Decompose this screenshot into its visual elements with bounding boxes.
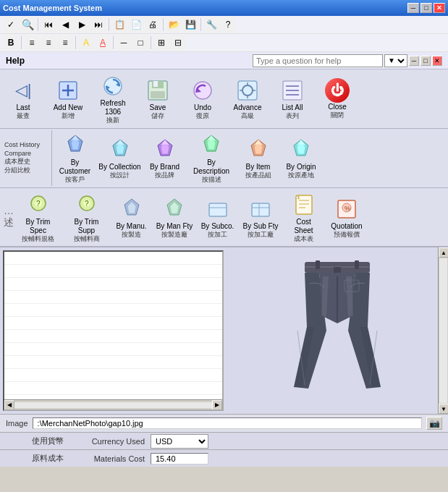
trim-spec-item-button[interactable]: …述	[4, 203, 13, 232]
sep-2	[109, 18, 109, 31]
by-trim-spec-button[interactable]: ? By Trim Spec 按輔料規格	[14, 190, 62, 245]
tb-icon-1[interactable]: ✓	[3, 17, 19, 33]
main-toolbar-row1: ◁| Last 最查 Add New 新增	[0, 69, 448, 129]
help-min-button[interactable]: ─	[409, 56, 419, 66]
tb-icon-8[interactable]: 📄	[128, 17, 144, 33]
by-trim-supp-button[interactable]: ? By Trim Supp 按輔料商	[63, 190, 110, 245]
by-sub-fty-button[interactable]: By Sub Fty 按加工廠	[239, 194, 282, 241]
list-item[interactable]	[4, 317, 222, 330]
tb-icon-12[interactable]: 🔧	[203, 17, 219, 33]
list-scroll-area[interactable]	[4, 252, 222, 399]
by-origin-button[interactable]: By Origin 按原產地	[279, 135, 323, 182]
tb-icon-7[interactable]: 📋	[111, 17, 127, 33]
main-toolbar-row3: …述 ? By Trim Spec 按輔料規格 ? By Trim	[0, 188, 448, 248]
scroll-right-btn[interactable]: ▶	[212, 400, 222, 410]
tb-icon-13[interactable]: ?	[220, 17, 236, 33]
refresh-button[interactable]: Refresh 1306 換新	[91, 71, 135, 127]
format-line[interactable]: ─	[116, 35, 132, 51]
add-new-button[interactable]: Add New 新增	[46, 75, 90, 122]
quotation-button[interactable]: % Quotation 預備報價	[325, 194, 368, 241]
toolbar-format-row: B ≡ ≡ ≡ A A ─ □ ⊞ ⊟	[0, 34, 448, 52]
maximize-button[interactable]: □	[420, 3, 432, 13]
list-item[interactable]	[4, 356, 222, 369]
format-bold[interactable]: B	[3, 35, 19, 51]
help-max-button[interactable]: □	[420, 56, 431, 66]
sep-1	[38, 18, 38, 31]
format-extra2[interactable]: ⊟	[170, 35, 186, 51]
currency-en-label: Currency Used	[64, 437, 151, 446]
close-button[interactable]: ⏻ Close 關閉	[316, 76, 359, 122]
main-v-scrollbar[interactable]: ▲ ▼	[438, 247, 448, 414]
sep-f2	[75, 36, 76, 49]
help-search-input[interactable]	[253, 54, 383, 67]
left-list-panel: ◀ ▶	[3, 250, 224, 411]
list-all-button[interactable]: List All 表列	[271, 75, 314, 122]
help-dropdown[interactable]: ▼	[384, 54, 407, 67]
list-item[interactable]	[4, 382, 222, 395]
jeans-image	[279, 258, 395, 403]
close-title-button[interactable]: ✕	[434, 3, 445, 13]
list-item[interactable]	[4, 369, 222, 382]
history-compare-label: Cost HistoryCompare成本歷史分組比較	[1, 130, 52, 186]
scroll-down-btn[interactable]: ▼	[439, 404, 448, 414]
format-extra1[interactable]: ⊞	[153, 35, 169, 51]
scroll-left-btn[interactable]: ◀	[4, 400, 14, 410]
title-bar: Cost Management System ─ □ ✕	[0, 0, 448, 16]
by-item-button[interactable]: By Item 按產品組	[238, 135, 278, 182]
tb-icon-10[interactable]: 📂	[166, 17, 182, 33]
undo-button[interactable]: Undo 復原	[181, 75, 224, 122]
format-color[interactable]: A	[95, 35, 111, 51]
svg-text:?: ?	[36, 200, 41, 208]
by-description-button[interactable]: By Description 按描述	[186, 130, 237, 186]
image-browse-button[interactable]: 📷	[426, 417, 442, 430]
tb-icon-9[interactable]: 🖨	[145, 17, 161, 33]
tb-icon-3[interactable]: ⏮	[41, 17, 56, 33]
help-bar: Help ▼ ─ □ ✕	[0, 52, 448, 69]
tb-icon-6[interactable]: ⏭	[90, 17, 106, 33]
list-item[interactable]	[4, 291, 222, 304]
toolbar-icons-row1: ✓ 🔍 ⏮ ◀ ▶ ⏭ 📋 📄 🖨 📂 💾 🔧 ?	[0, 16, 448, 34]
by-brand-button[interactable]: By Brand 按品牌	[145, 135, 185, 182]
save-button[interactable]: Save 儲存	[136, 75, 179, 122]
sep-f3	[113, 36, 114, 49]
list-item[interactable]	[4, 330, 222, 343]
list-item[interactable]	[4, 343, 222, 356]
format-align-right[interactable]: ≡	[57, 35, 73, 51]
tb-icon-11[interactable]: 💾	[182, 17, 198, 33]
cost-sheet-button[interactable]: $ Cost Sheet 成本表	[284, 190, 324, 245]
advance-button[interactable]: Advance 高級	[226, 75, 269, 122]
svg-rect-9	[151, 91, 165, 98]
format-align-center[interactable]: ≡	[41, 35, 56, 51]
list-item[interactable]	[4, 265, 222, 278]
h-scrollbar[interactable]: ◀ ▶	[4, 399, 222, 410]
title-controls: ─ □ ✕	[407, 3, 445, 13]
materials-en-label: Materials Cost	[64, 454, 151, 463]
svg-text:%: %	[345, 205, 350, 212]
svg-rect-52	[252, 203, 269, 216]
list-item[interactable]	[4, 252, 222, 265]
help-close-button[interactable]: ✕	[432, 56, 442, 66]
minimize-button[interactable]: ─	[407, 3, 419, 13]
by-subco-button[interactable]: By Subco. 按加工	[198, 194, 237, 241]
by-customer-button[interactable]: By Customer 按客戶	[55, 130, 95, 186]
by-collection-button[interactable]: By Collection 按設計	[96, 135, 143, 182]
svg-rect-8	[153, 81, 158, 87]
format-align-left[interactable]: ≡	[24, 35, 40, 51]
materials-cost-value: 15.40	[151, 453, 208, 465]
tb-icon-5[interactable]: ▶	[74, 17, 90, 33]
last-button[interactable]: ◁| Last 最查	[1, 75, 45, 122]
format-border[interactable]: □	[132, 35, 148, 51]
by-manu-button[interactable]: By Manu. 按製造	[111, 194, 151, 241]
currency-dropdown[interactable]: USD	[151, 434, 208, 449]
list-item[interactable]	[4, 304, 222, 317]
image-bar: Image :\MerchanNetPhoto\gap10.jpg 📷	[0, 414, 448, 432]
tb-icon-2[interactable]: 🔍	[20, 17, 35, 33]
list-item[interactable]	[4, 278, 222, 291]
right-image-panel	[227, 247, 448, 414]
by-man-fty-button[interactable]: By Man Fty 按製造廠	[153, 194, 196, 241]
scroll-up-btn[interactable]: ▲	[439, 247, 448, 258]
svg-rect-50	[209, 203, 227, 216]
format-highlight[interactable]: A	[78, 35, 94, 51]
tb-icon-4[interactable]: ◀	[57, 17, 73, 33]
svg-text:$: $	[297, 195, 300, 200]
